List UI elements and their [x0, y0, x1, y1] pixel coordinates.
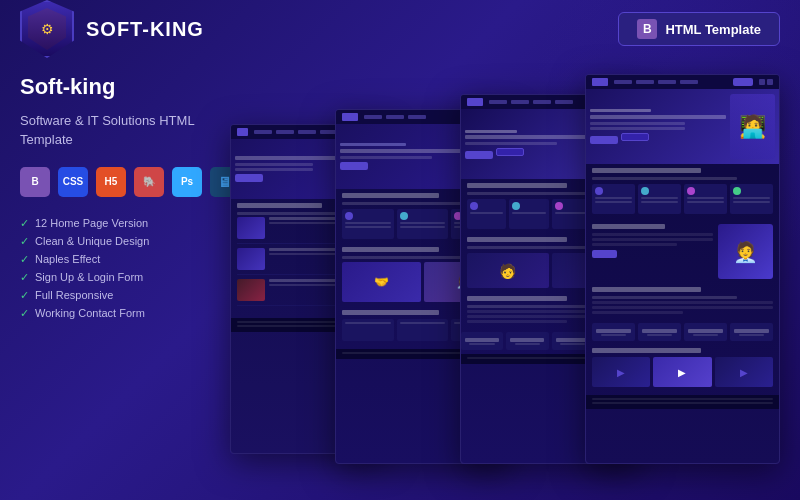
hero-line: [340, 149, 471, 153]
service-card: [638, 184, 681, 214]
stats-row: [586, 320, 779, 344]
html-template-badge[interactable]: B HTML Template: [618, 12, 780, 46]
preview-hero-1: 🧑‍💻: [586, 89, 779, 164]
nav-item: [636, 80, 654, 84]
feature-item: ✓ Clean & Unique Design: [20, 235, 240, 248]
service-card: [730, 184, 773, 214]
logo: ⚙ Soft-king: [20, 0, 204, 58]
stat-label: [647, 334, 673, 336]
stat-number: [642, 329, 676, 333]
tech-icons-row: B CSS H5 🐘 Ps 🖥: [20, 167, 240, 197]
badge-bootstrap-icon: B: [637, 19, 657, 39]
card-icon: [733, 187, 741, 195]
card-line: [687, 201, 724, 203]
preview-nav-1: [586, 75, 779, 89]
feature-label: 12 Home Page Version: [35, 217, 148, 229]
section-subtitle: [342, 256, 471, 259]
stat-item: [506, 332, 548, 350]
card-line: [733, 201, 770, 203]
team-card: 🧑: [467, 253, 549, 288]
hero-line: [235, 156, 346, 160]
feature-label: Sign Up & Login Form: [35, 271, 143, 283]
feature-item: ✓ Naples Effect: [20, 253, 240, 266]
section-subtitle: [467, 246, 600, 249]
section-title: [592, 168, 701, 173]
product-title: Soft-king: [20, 74, 240, 100]
feature-item: ✓ Working Contact Form: [20, 307, 240, 320]
mock-line: [592, 243, 677, 246]
stat-item: [730, 323, 773, 341]
footer-section: [586, 395, 779, 409]
css3-icon: CSS: [58, 167, 88, 197]
hero-text: [465, 130, 596, 159]
stat-label: [560, 343, 585, 345]
section-subtitle: [592, 296, 737, 299]
stat-item: [638, 323, 681, 341]
card-icon: [512, 202, 520, 210]
feature-label: Full Responsive: [35, 289, 113, 301]
stat-label: [469, 343, 494, 345]
service-card: [342, 209, 394, 239]
about-figure: 🧑‍💼: [718, 224, 773, 279]
check-icon: ✓: [20, 289, 29, 302]
stat-number: [510, 338, 544, 342]
card-line: [687, 197, 724, 199]
hero-btn: [340, 162, 368, 170]
feature-item: ✓ 12 Home Page Version: [20, 217, 240, 230]
gallery-item: ▶: [715, 357, 773, 387]
nav-item: [254, 130, 272, 134]
mock-line: [467, 320, 567, 323]
hero-btn-secondary: [621, 133, 649, 141]
card-line: [555, 212, 588, 214]
hero-small-line: [465, 130, 517, 133]
card-line: [400, 322, 446, 324]
feature-label: Working Contact Form: [35, 307, 145, 319]
logo-text-group: Soft-king: [86, 18, 204, 41]
nav-item: [276, 130, 294, 134]
service-card: [509, 199, 548, 229]
ctrl: [767, 79, 773, 85]
hero-line: [590, 115, 726, 119]
hero-text: [340, 143, 471, 170]
main-content: Soft-king Software & IT Solutions HTML T…: [0, 58, 800, 500]
logo-inner: ⚙: [28, 8, 66, 50]
hero-figure: 🧑‍💻: [730, 94, 775, 159]
mock-line: [592, 238, 713, 241]
nav-item: [298, 130, 316, 134]
nav-item: [533, 100, 551, 104]
card-line: [512, 212, 545, 214]
nav-item: [511, 100, 529, 104]
preview-nav-items: [254, 130, 338, 134]
nav-item: [386, 115, 404, 119]
video-gallery-section: ▶ ▶ ▶: [586, 344, 779, 391]
footer-line: [592, 398, 773, 400]
stat-item: [461, 332, 503, 350]
card-line: [641, 197, 678, 199]
preview-logo: [342, 113, 358, 121]
card-icon: [400, 212, 408, 220]
nav-item: [555, 100, 573, 104]
stat-number: [596, 329, 630, 333]
section-subtitle: [237, 212, 350, 215]
ctrl: [759, 79, 765, 85]
service-card: [467, 199, 506, 229]
footer-line: [592, 402, 773, 404]
nav-item: [408, 115, 426, 119]
news-image: [237, 217, 265, 239]
feature-item: ✓ Sign Up & Login Form: [20, 271, 240, 284]
card-line: [641, 201, 678, 203]
preview-card-1[interactable]: 🧑‍💻: [585, 74, 780, 464]
card-icon: [555, 202, 563, 210]
card-icon: [687, 187, 695, 195]
card-line: [595, 201, 632, 203]
nav-item: [614, 80, 632, 84]
features-list: ✓ 12 Home Page Version ✓ Clean & Unique …: [20, 217, 240, 320]
mock-line: [592, 311, 683, 314]
left-panel: Soft-king Software & IT Solutions HTML T…: [20, 74, 240, 484]
card-line: [595, 197, 632, 199]
mock-line: [592, 233, 713, 236]
hero-btn-secondary: [496, 148, 524, 156]
card-icon: [595, 187, 603, 195]
hero-btns: [590, 133, 726, 144]
nav-item: [489, 100, 507, 104]
